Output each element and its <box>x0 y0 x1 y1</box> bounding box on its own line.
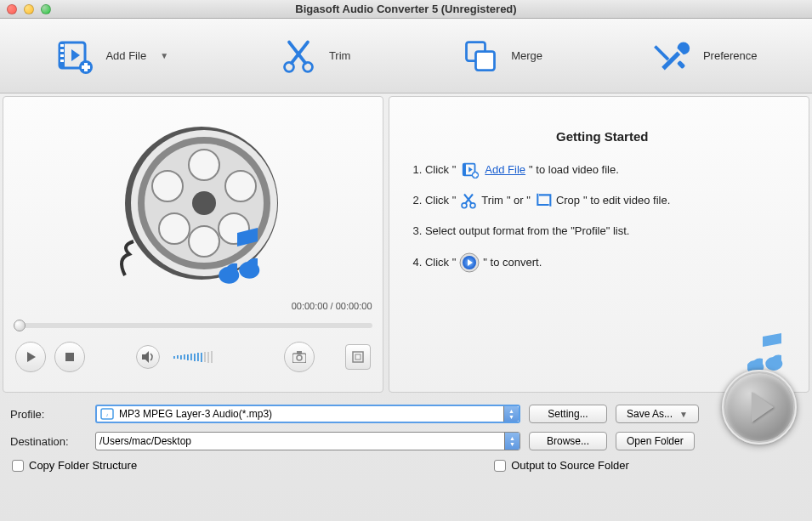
preview-area: 00:00:00 / 00:00:00 <box>3 97 383 318</box>
svg-point-24 <box>189 226 219 257</box>
svg-point-22 <box>192 191 216 215</box>
svg-rect-2 <box>60 44 64 47</box>
svg-point-27 <box>159 213 190 244</box>
convert-button[interactable] <box>722 370 797 445</box>
minimize-window-button[interactable] <box>24 4 34 14</box>
destination-label: Destination: <box>10 435 87 448</box>
dropdown-chevron-icon[interactable]: ▼ <box>160 51 168 60</box>
svg-marker-29 <box>27 352 36 362</box>
profile-dropdown[interactable]: ♪ MP3 MPEG Layer-3 Audio(*.mp3) ▲▼ <box>95 405 520 423</box>
browse-button[interactable]: Browse... <box>529 432 607 450</box>
stop-button[interactable] <box>54 342 85 372</box>
merge-label: Merge <box>511 49 542 62</box>
svg-line-13 <box>289 42 305 63</box>
step-4: 4. Click " " to convert. <box>413 252 792 273</box>
scissors-icon <box>278 36 319 76</box>
merge-button[interactable]: Merge <box>460 36 542 76</box>
svg-point-25 <box>152 171 183 201</box>
dropdown-chevron-icon: ▼ <box>679 410 688 419</box>
svg-rect-42 <box>474 174 479 177</box>
svg-point-33 <box>297 355 302 360</box>
crop-inline-icon <box>534 192 553 209</box>
titlebar: Bigasoft Audio Converter 5 (Unregistered… <box>0 0 812 19</box>
profile-label: Profile: <box>10 408 87 421</box>
add-file-inline-icon <box>459 161 481 179</box>
convert-inline-icon <box>459 252 480 273</box>
getting-started-title: Getting Started <box>413 129 792 144</box>
svg-marker-31 <box>142 351 149 363</box>
tools-icon <box>652 36 693 76</box>
film-reel-icon <box>108 122 278 292</box>
svg-point-23 <box>189 150 219 180</box>
zoom-window-button[interactable] <box>41 4 51 14</box>
svg-rect-9 <box>82 65 90 69</box>
svg-rect-30 <box>65 353 74 361</box>
checkbox-icon <box>494 460 506 472</box>
volume-slider[interactable] <box>173 353 250 361</box>
play-triangle-icon <box>752 392 774 422</box>
setting-button[interactable]: Setting... <box>529 405 607 423</box>
fullscreen-button[interactable] <box>345 344 371 370</box>
destination-dropdown[interactable]: /Users/mac/Desktop ▲▼ <box>95 432 520 450</box>
svg-rect-3 <box>60 49 64 52</box>
svg-rect-15 <box>476 51 495 70</box>
svg-marker-6 <box>71 49 80 61</box>
time-display: 00:00:00 / 00:00:00 <box>292 301 372 311</box>
seek-thumb[interactable] <box>14 320 26 331</box>
add-file-label: Add File <box>105 49 146 62</box>
scissors-inline-icon <box>459 192 478 209</box>
svg-rect-5 <box>60 59 64 62</box>
getting-started-panel: Getting Started 1. Click " Add File " to… <box>389 96 810 393</box>
dropdown-spinner-icon[interactable]: ▲▼ <box>504 433 520 450</box>
svg-rect-4 <box>60 54 64 57</box>
add-file-button[interactable]: Add File ▼ <box>54 36 168 76</box>
close-window-button[interactable] <box>7 4 17 14</box>
trim-label: Trim <box>329 49 351 62</box>
copy-folder-structure-checkbox[interactable]: Copy Folder Structure <box>12 459 137 472</box>
svg-rect-38 <box>463 164 466 176</box>
trim-button[interactable]: Trim <box>278 36 351 76</box>
svg-line-12 <box>292 42 308 63</box>
svg-rect-35 <box>353 352 363 362</box>
open-folder-button[interactable]: Open Folder <box>616 432 695 450</box>
add-file-link[interactable]: Add File <box>485 161 525 179</box>
snapshot-button[interactable] <box>284 342 315 372</box>
svg-text:♪: ♪ <box>106 412 109 417</box>
seek-slider[interactable] <box>14 323 372 328</box>
merge-icon <box>460 36 501 76</box>
svg-rect-17 <box>677 59 685 68</box>
window-title: Bigasoft Audio Converter 5 (Unregistered… <box>295 3 516 15</box>
preview-panel: 00:00:00 / 00:00:00 <box>3 96 383 393</box>
output-settings: Profile: ♪ MP3 MPEG Layer-3 Audio(*.mp3)… <box>0 393 812 479</box>
checkbox-icon <box>12 460 24 472</box>
svg-rect-36 <box>355 354 361 360</box>
svg-rect-34 <box>297 351 302 354</box>
add-file-icon <box>54 36 95 76</box>
play-button[interactable] <box>15 342 46 372</box>
destination-value: /Users/mac/Desktop <box>99 435 191 447</box>
step-2: 2. Click " Trim " or " Crop " to edit vi… <box>413 191 792 210</box>
volume-button[interactable] <box>136 345 160 369</box>
preference-button[interactable]: Preference <box>652 36 758 76</box>
step-1: 1. Click " Add File " to load video file… <box>413 161 792 179</box>
output-to-source-checkbox[interactable]: Output to Source Folder <box>494 459 629 472</box>
main-toolbar: Add File ▼ Trim Merge <box>0 19 812 93</box>
svg-rect-16 <box>654 45 669 60</box>
svg-point-26 <box>225 171 256 201</box>
dropdown-spinner-icon[interactable]: ▲▼ <box>503 406 519 422</box>
profile-value: MP3 MPEG Layer-3 Audio(*.mp3) <box>119 408 272 420</box>
mp3-icon: ♪ <box>100 407 114 421</box>
save-as-button[interactable]: Save As... ▼ <box>616 405 699 423</box>
step-3: 3. Select output format from the "Profil… <box>413 222 792 241</box>
preference-label: Preference <box>703 49 758 62</box>
svg-marker-39 <box>469 167 474 172</box>
